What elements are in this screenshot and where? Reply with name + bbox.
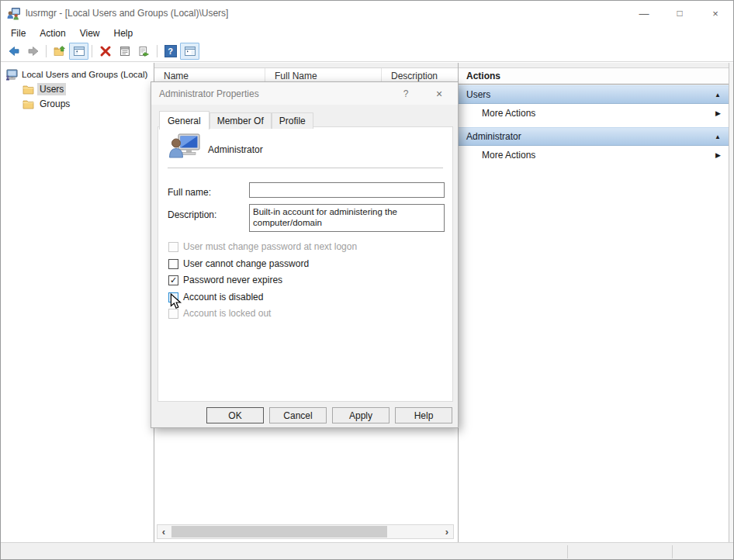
- user-account-icon: [168, 133, 202, 163]
- actions-section-users-label: Users: [466, 89, 490, 100]
- checkbox-password-never-expires[interactable]: ✓ Password never expires: [168, 274, 282, 286]
- console-tree-panel: Local Users and Groups (Local) Users Gro…: [1, 63, 154, 542]
- statusbar-divider: [672, 545, 673, 558]
- up-folder-icon: [54, 45, 66, 57]
- console-tree-icon: [73, 45, 85, 57]
- tree-root-label[interactable]: Local Users and Groups (Local): [22, 70, 147, 79]
- folder-icon: [23, 85, 34, 95]
- dialog-close-icon[interactable]: ×: [427, 82, 452, 105]
- menu-action[interactable]: Action: [33, 26, 72, 40]
- actions-section-administrator-label: Administrator: [466, 131, 521, 142]
- toolbar-separator: [46, 45, 47, 57]
- help-icon: ?: [164, 45, 177, 57]
- tree-item-groups[interactable]: Groups: [23, 97, 72, 111]
- checkbox-box[interactable]: [168, 259, 178, 269]
- checkbox-account-is-disabled[interactable]: Account is disabled: [168, 291, 263, 303]
- checkbox-label: Account is locked out: [183, 308, 271, 319]
- tab-member-of[interactable]: Member Of: [209, 112, 272, 129]
- properties-button[interactable]: [115, 43, 134, 60]
- checkbox-label[interactable]: Password never expires: [183, 275, 282, 285]
- right-edge-strip: [729, 63, 734, 542]
- checkbox-label[interactable]: Account is disabled: [183, 292, 263, 302]
- show-console-tree-button[interactable]: [69, 43, 88, 60]
- actions-pane-title: Actions: [459, 67, 729, 85]
- checkbox-label[interactable]: User cannot change password: [183, 258, 309, 269]
- cancel-button[interactable]: Cancel: [269, 407, 327, 423]
- export-list-button[interactable]: [134, 43, 154, 60]
- ok-button[interactable]: OK: [206, 407, 264, 423]
- description-label: Description:: [168, 209, 216, 220]
- checkbox-label: User must change password at next logon: [183, 241, 357, 252]
- up-one-level-button[interactable]: [50, 43, 69, 60]
- export-list-icon: [138, 45, 151, 57]
- window-title: lusrmgr - [Local Users and Groups (Local…: [26, 8, 228, 19]
- toolbar-separator: [92, 45, 92, 57]
- status-bar: [1, 542, 733, 560]
- maximize-button[interactable]: □: [662, 1, 698, 26]
- apply-button[interactable]: Apply: [332, 407, 390, 423]
- checkbox-box-checked[interactable]: ✓: [168, 275, 178, 285]
- computer-icon: [5, 68, 19, 81]
- full-name-input[interactable]: [249, 182, 445, 198]
- horizontal-scrollbar[interactable]: ‹ ›: [157, 524, 454, 539]
- menu-help[interactable]: Help: [107, 26, 140, 40]
- dialog-title-bar: Administrator Properties ? ×: [151, 82, 458, 105]
- dialog-help-icon[interactable]: ?: [394, 82, 417, 105]
- minimize-button[interactable]: —: [626, 1, 662, 26]
- dialog-tabs: General Member Of Profile: [159, 110, 313, 129]
- menu-view[interactable]: View: [73, 26, 107, 40]
- show-action-pane-button[interactable]: [180, 43, 199, 60]
- scroll-right-arrow[interactable]: ›: [441, 525, 453, 538]
- statusbar-divider: [567, 545, 568, 558]
- checkbox-user-must-change-password: User must change password at next logon: [168, 240, 357, 253]
- divider: [168, 168, 443, 168]
- actions-section-administrator[interactable]: Administrator ▲: [459, 127, 729, 146]
- lusrmgr-window: lusrmgr - [Local Users and Groups (Local…: [0, 0, 734, 560]
- action-pane-icon: [184, 45, 196, 57]
- menu-file[interactable]: File: [4, 26, 33, 40]
- properties-icon: [119, 45, 131, 57]
- checkbox-user-cannot-change-password[interactable]: User cannot change password: [168, 258, 309, 270]
- full-name-label: Full name:: [168, 187, 211, 198]
- tree-item-users[interactable]: Users: [23, 82, 66, 96]
- help-button-dialog[interactable]: Help: [395, 407, 452, 423]
- checkbox-box: [168, 242, 178, 252]
- close-button[interactable]: ×: [698, 1, 733, 26]
- mouse-cursor: [170, 293, 182, 310]
- window-controls: — □ ×: [626, 1, 733, 26]
- delete-button[interactable]: [95, 43, 115, 60]
- folder-icon: [23, 99, 34, 109]
- account-name-label: Administrator: [208, 144, 263, 155]
- scrollbar-track[interactable]: [170, 525, 441, 538]
- submenu-arrow-icon: ▶: [715, 151, 721, 159]
- scroll-left-arrow[interactable]: ‹: [158, 525, 170, 538]
- toolbar: ?: [1, 41, 733, 62]
- tree-root-node[interactable]: Local Users and Groups (Local): [5, 67, 147, 81]
- tab-general[interactable]: General: [159, 111, 209, 130]
- app-icon: [7, 7, 20, 20]
- actions-title-label: Actions: [466, 71, 500, 81]
- actions-administrator-more-actions[interactable]: More Actions ▶: [459, 146, 729, 164]
- actions-users-more-actions[interactable]: More Actions ▶: [459, 104, 729, 123]
- general-tab-page: Administrator Full name: Description: Bu…: [158, 126, 453, 402]
- scrollbar-thumb[interactable]: [171, 526, 387, 538]
- submenu-arrow-icon: ▶: [715, 109, 721, 117]
- collapse-icon[interactable]: ▲: [715, 133, 721, 140]
- checkbox-account-is-locked-out: Account is locked out: [168, 307, 271, 320]
- actions-section-users[interactable]: Users ▲: [459, 85, 729, 104]
- title-bar: lusrmgr - [Local Users and Groups (Local…: [1, 1, 733, 26]
- menu-bar: File Action View Help: [1, 26, 733, 41]
- collapse-icon[interactable]: ▲: [715, 92, 721, 99]
- dialog-buttons: OK Cancel Apply Help: [206, 407, 452, 423]
- more-actions-label: More Actions: [482, 108, 535, 119]
- tree-item-groups-label[interactable]: Groups: [37, 98, 72, 110]
- description-input[interactable]: Built-in account for administering the c…: [249, 204, 445, 232]
- back-button[interactable]: [4, 43, 23, 60]
- toolbar-separator: [157, 45, 158, 57]
- tree-item-users-label[interactable]: Users: [37, 83, 66, 95]
- tab-profile[interactable]: Profile: [272, 112, 313, 129]
- back-icon: [8, 45, 20, 57]
- forward-button[interactable]: [23, 43, 43, 60]
- help-button[interactable]: ?: [161, 43, 180, 60]
- more-actions-label: More Actions: [482, 150, 535, 161]
